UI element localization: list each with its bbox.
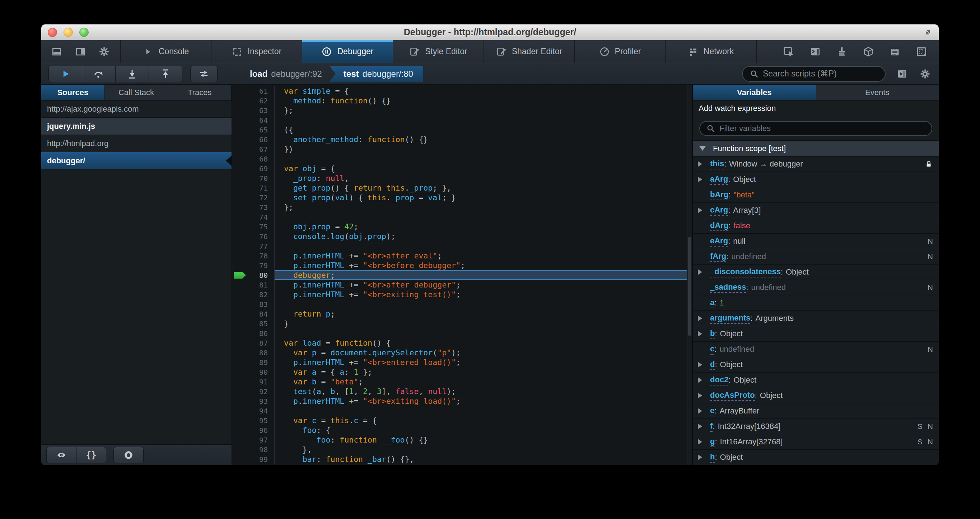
close-button[interactable] (48, 28, 57, 37)
step-over-button[interactable] (82, 66, 116, 82)
source-item-http-htmlpad-org[interactable]: http://htmlpad.org (41, 135, 232, 152)
variable-row-c[interactable]: c: undefinedN (693, 342, 939, 357)
line-gutter-77[interactable]: 77 (232, 241, 275, 251)
line-gutter-98[interactable]: 98 (232, 445, 275, 454)
line-gutter-68[interactable]: 68 (232, 154, 275, 164)
variable-row-d[interactable]: d: Object (693, 357, 939, 373)
line-gutter-86[interactable]: 86 (232, 328, 275, 338)
minimize-button[interactable] (64, 28, 73, 37)
split-console-button[interactable] (807, 43, 823, 60)
expand-arrow-icon[interactable] (698, 161, 702, 167)
scope-header[interactable]: Function scope [test] (693, 141, 939, 156)
line-gutter-74[interactable]: 74 (232, 212, 275, 222)
line-gutter-63[interactable]: 63 (232, 105, 275, 115)
source-item-debugger[interactable]: debugger/ (41, 152, 232, 169)
source-item-http-ajax-googleapis-com[interactable]: http://ajax.googleapis.com (41, 100, 232, 118)
panel-tab-events[interactable]: Events (816, 85, 939, 100)
tab-shader-editor[interactable]: Shader Editor (484, 40, 575, 63)
dock-bottom-button[interactable] (46, 43, 67, 60)
variable-row-f[interactable]: f: Int32Array[16384]SN (693, 419, 939, 434)
editor-scrollbar[interactable] (687, 85, 692, 465)
variable-row-e[interactable]: e: ArrayBuffer (693, 403, 939, 419)
line-gutter-61[interactable]: 61 (232, 86, 275, 96)
line-gutter-94[interactable]: 94 (232, 406, 275, 416)
expand-arrow-icon[interactable] (698, 423, 702, 429)
scratchpad-button[interactable] (887, 43, 903, 60)
editor-scrollbar-thumb[interactable] (688, 237, 691, 336)
line-gutter-90[interactable]: 90 (232, 367, 275, 377)
line-gutter-80[interactable]: 80 (232, 270, 275, 280)
line-gutter-71[interactable]: 71 (232, 183, 275, 193)
variable-row-doc2[interactable]: doc2: Object (693, 373, 939, 388)
sidebar-tab-sources[interactable]: Sources (41, 85, 105, 100)
line-gutter-82[interactable]: 82 (232, 290, 275, 299)
tab-network[interactable]: Network (665, 40, 756, 63)
expand-arrow-icon[interactable] (698, 377, 702, 383)
responsive-mode-button[interactable] (913, 43, 929, 60)
expand-arrow-icon[interactable] (698, 315, 702, 321)
variable-row-g[interactable]: g: Int16Array[32768]SN (693, 434, 939, 450)
variable-row-h[interactable]: h: Object (693, 450, 939, 465)
variable-row-this[interactable]: this: Window → debugger (693, 156, 939, 172)
line-gutter-81[interactable]: 81 (232, 280, 275, 290)
resize-icon[interactable] (922, 27, 934, 38)
line-gutter-85[interactable]: 85 (232, 319, 275, 328)
tab-inspector[interactable]: Inspector (212, 40, 302, 63)
panel-tab-variables[interactable]: Variables (693, 85, 816, 100)
pretty-print-button[interactable]: {} (76, 447, 106, 463)
line-gutter-69[interactable]: 69 (232, 164, 275, 174)
debugger-settings-gear-icon[interactable] (919, 68, 932, 79)
paintbrush-button[interactable] (834, 43, 850, 60)
line-gutter-88[interactable]: 88 (232, 348, 275, 358)
variable-row-docasproto[interactable]: docAsProto: Object (693, 388, 939, 403)
variable-row-sadness[interactable]: _sadness: undefinedN (693, 280, 939, 295)
variable-row-a[interactable]: a: 1 (693, 295, 939, 311)
variable-row-darg[interactable]: dArg: false (693, 218, 939, 234)
variable-row-b[interactable]: b: Object (693, 326, 939, 342)
expand-arrow-icon[interactable] (698, 269, 702, 275)
pick-element-button[interactable] (781, 43, 797, 60)
line-gutter-72[interactable]: 72 (232, 193, 275, 202)
line-gutter-62[interactable]: 62 (232, 96, 275, 105)
add-watch-expression[interactable]: Add watch expression (693, 100, 939, 116)
variable-row-disconsolateness[interactable]: _disconsolateness: Object (693, 264, 939, 280)
variable-row-carg[interactable]: cArg: Array[3] (693, 203, 939, 218)
line-gutter-87[interactable]: 87 (232, 338, 275, 348)
line-gutter-76[interactable]: 76 (232, 231, 275, 241)
expand-arrow-icon[interactable] (698, 177, 702, 182)
search-scripts-input[interactable] (763, 69, 878, 79)
line-gutter-70[interactable]: 70 (232, 174, 275, 183)
expand-arrow-icon[interactable] (698, 331, 702, 337)
line-gutter-84[interactable]: 84 (232, 309, 275, 319)
line-gutter-79[interactable]: 79 (232, 261, 275, 270)
line-gutter-73[interactable]: 73 (232, 202, 275, 212)
line-gutter-99[interactable]: 99 (232, 454, 275, 464)
toggle-panes-button[interactable] (190, 66, 218, 82)
line-gutter-96[interactable]: 96 (232, 425, 275, 435)
step-out-button[interactable] (149, 66, 182, 82)
line-gutter-78[interactable]: 78 (232, 251, 275, 261)
line-gutter-83[interactable]: 83 (232, 299, 275, 309)
expand-arrow-icon[interactable] (698, 362, 702, 368)
tab-debugger[interactable]: Debugger (302, 40, 393, 63)
line-gutter-64[interactable]: 64 (232, 115, 275, 125)
expand-arrow-icon[interactable] (698, 408, 702, 414)
titlebar[interactable]: Debugger - http://htmlpad.org/debugger/ (41, 24, 939, 40)
expand-arrow-icon[interactable] (698, 393, 702, 398)
breadcrumb-frame-test[interactable]: testdebugger/:80 (329, 66, 423, 82)
line-gutter-91[interactable]: 91 (232, 377, 275, 387)
settings-gear-button[interactable] (94, 43, 115, 60)
variable-row-farg[interactable]: fArg: undefinedN (693, 249, 939, 264)
line-gutter-75[interactable]: 75 (232, 222, 275, 231)
collapse-scope-icon[interactable] (699, 146, 706, 151)
source-item-jquery-min-js[interactable]: jquery.min.js (41, 118, 232, 135)
filter-variables-input[interactable] (719, 124, 926, 133)
blackbox-sources-button[interactable] (46, 447, 76, 463)
line-gutter-67[interactable]: 67 (232, 144, 275, 154)
zoom-button[interactable] (80, 28, 89, 37)
resume-button[interactable] (48, 66, 82, 82)
expand-arrow-icon[interactable] (698, 207, 702, 213)
breadcrumb-frame-load[interactable]: loaddebugger/:92 (240, 69, 331, 79)
variable-row-arguments[interactable]: arguments: Arguments (693, 311, 939, 326)
pause-on-exceptions-button[interactable] (113, 447, 143, 463)
